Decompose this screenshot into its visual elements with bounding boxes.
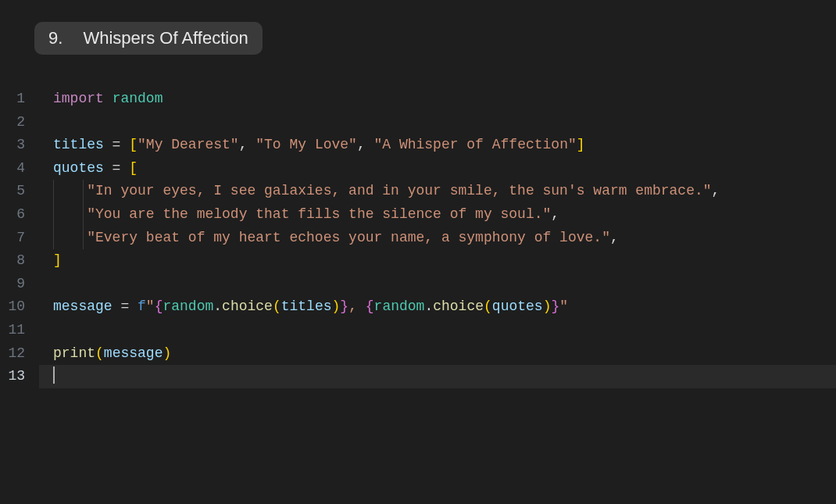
brace-close: } — [551, 298, 559, 314]
line-number: 3 — [0, 134, 39, 157]
string-literal: "A Whisper of Affection" — [374, 137, 577, 152]
string-literal: "My Dearest" — [138, 137, 239, 152]
string-literal: "In your eyes, I see galaxies, and in yo… — [87, 183, 711, 198]
code-line-active: 13 — [0, 365, 836, 388]
bracket-open: [ — [129, 160, 138, 176]
line-number: 4 — [0, 157, 39, 181]
code-line: 11 — [0, 319, 836, 342]
arg-message: message — [104, 345, 163, 361]
line-number: 11 — [0, 319, 39, 342]
string-literal: "You are the melody that fills the silen… — [87, 206, 551, 222]
bracket-close: ] — [53, 252, 62, 268]
line-number: 2 — [0, 111, 39, 134]
line-number: 9 — [0, 273, 39, 296]
code-line: 9 — [0, 273, 836, 296]
brace-close: } — [340, 298, 348, 314]
var-titles: titles — [53, 137, 104, 152]
line-number: 13 — [0, 365, 39, 388]
arg-titles: titles — [281, 298, 332, 314]
line-number: 1 — [0, 88, 39, 111]
func-choice: choice — [222, 298, 273, 314]
code-line: 1 import random — [0, 88, 836, 111]
func-choice: choice — [433, 298, 484, 314]
line-number: 5 — [0, 180, 39, 203]
line-number: 12 — [0, 342, 39, 366]
line-number: 7 — [0, 227, 39, 250]
bracket-close: ] — [577, 137, 585, 152]
bracket-open: [ — [129, 137, 138, 152]
func-print: print — [53, 345, 95, 361]
module-random: random — [163, 298, 213, 314]
brace-open: { — [155, 298, 163, 314]
code-line: 2 — [0, 111, 836, 134]
code-line: 12 print(message) — [0, 342, 836, 366]
code-line: 5 "In your eyes, I see galaxies, and in … — [0, 180, 836, 203]
var-message: message — [53, 298, 113, 314]
keyword-import: import — [53, 91, 104, 106]
line-number: 8 — [0, 249, 39, 273]
cursor-icon — [53, 366, 55, 384]
section-header: 9. Whispers Of Affection — [34, 22, 263, 55]
line-number: 10 — [0, 295, 39, 319]
brace-open: { — [366, 298, 374, 314]
section-title: Whispers Of Affection — [83, 28, 248, 48]
arg-quotes: quotes — [492, 298, 543, 314]
code-line: 4 quotes = [ — [0, 157, 836, 181]
var-quotes: quotes — [53, 160, 104, 176]
section-number: 9. — [48, 28, 63, 48]
code-editor[interactable]: 1 import random 2 3 titles = ["My Deares… — [0, 88, 836, 388]
code-line: 6 "You are the melody that fills the sil… — [0, 203, 836, 227]
string-literal: "Every beat of my heart echoes your name… — [87, 230, 610, 245]
code-line: 7 "Every beat of my heart echoes your na… — [0, 227, 836, 250]
code-line: 8 ] — [0, 249, 836, 273]
module-random: random — [374, 298, 425, 314]
f-string-prefix: f — [138, 298, 146, 314]
code-line: 10 message = f"{random.choice(titles)}, … — [0, 295, 836, 319]
line-number: 6 — [0, 203, 39, 227]
module-random: random — [113, 91, 163, 106]
string-literal: "To My Love" — [255, 137, 357, 152]
code-line: 3 titles = ["My Dearest", "To My Love", … — [0, 134, 836, 157]
